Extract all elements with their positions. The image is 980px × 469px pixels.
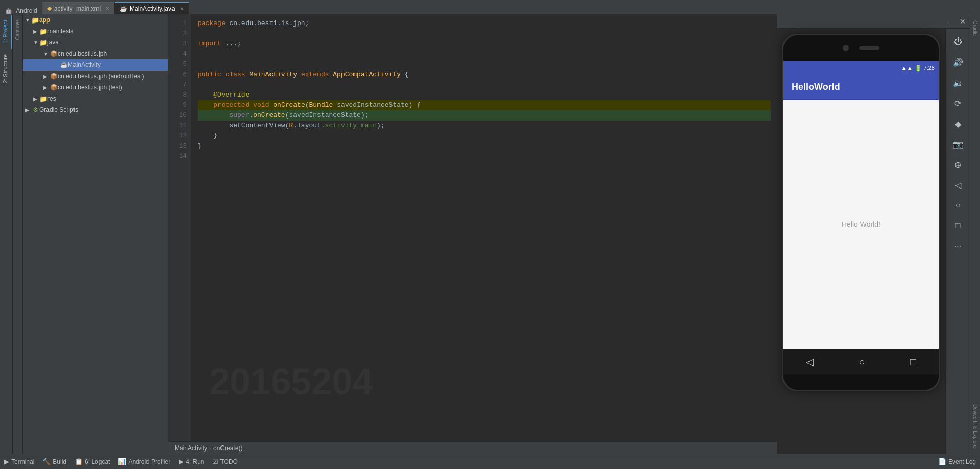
- tree-label-res: res: [47, 95, 56, 102]
- rotate-button[interactable]: ⟳: [949, 94, 967, 112]
- zoom-button[interactable]: ⊕: [949, 155, 967, 174]
- volume-up-button[interactable]: 🔊: [949, 53, 967, 72]
- app-title: 🤖 Android: [0, 7, 42, 14]
- right-tab-device-file-explorer[interactable]: Device File Explorer: [971, 400, 979, 454]
- volume-down-button[interactable]: 🔉: [949, 74, 967, 92]
- build-button[interactable]: 🔨 Build: [42, 458, 66, 465]
- tree-item-mainactivity[interactable]: ▶ ☕ MainActivity: [23, 59, 168, 71]
- breadcrumb-separator: ›: [209, 444, 211, 452]
- close-emulator-button[interactable]: ✕: [960, 17, 966, 26]
- nav-recent-button[interactable]: □: [910, 356, 916, 368]
- tree-item-res[interactable]: ▶ 📁 res: [23, 93, 168, 104]
- folder-icon-res: 📁: [39, 95, 47, 103]
- event-log-icon: 📄: [938, 458, 946, 465]
- tree-label-test: cn.edu.besti.is.jph (test): [58, 84, 122, 91]
- tree-item-java[interactable]: ▼ 📁 java: [23, 37, 168, 48]
- phone-nav-bar[interactable]: ◁ ○ □: [783, 349, 939, 374]
- phone-app-title: HelloWorld: [792, 82, 840, 92]
- package-icon: 📦: [50, 50, 58, 58]
- run-icon: ▶: [179, 458, 184, 465]
- tab-activity-main[interactable]: ◆ activity_main.xml ✕: [42, 2, 115, 14]
- breadcrumb-oncreate: onCreate(): [213, 444, 242, 452]
- gradle-icon: ⚙: [31, 106, 39, 114]
- folder-icon-manifests: 📁: [39, 27, 47, 35]
- code-line-4: [198, 49, 771, 59]
- phone-content: Hello World!: [783, 100, 939, 349]
- java-file-icon: ☕: [60, 61, 68, 69]
- screenshot-button[interactable]: 📷: [949, 135, 967, 153]
- code-line-5: [198, 59, 771, 69]
- code-line-8: @Override: [198, 90, 771, 100]
- tree-item-app[interactable]: ▼ 📁 app: [23, 14, 168, 26]
- project-tree: ▼ 📁 app ▶ 📁 manifests ▼ 📁 java ▼ 📦 cn.ed…: [23, 14, 168, 454]
- chevron-gradle: ▶: [25, 107, 31, 113]
- recent-emulator-button[interactable]: □: [949, 217, 967, 235]
- right-tab-gradle[interactable]: Gradle: [971, 16, 979, 40]
- close-tab-main-activity[interactable]: ✕: [180, 6, 184, 12]
- captures-tab[interactable]: Captures: [14, 16, 21, 43]
- power-button[interactable]: ⏻: [949, 33, 967, 51]
- tree-item-androidtest[interactable]: ▶ 📦 cn.edu.besti.is.jph (androidTest): [23, 71, 168, 82]
- chevron-java: ▼: [33, 40, 39, 45]
- close-tab-activity-main[interactable]: ✕: [105, 6, 109, 11]
- phone-app-bar: HelloWorld: [783, 75, 939, 100]
- tree-label-gradle: Gradle Scripts: [39, 106, 78, 113]
- logcat-icon: 📋: [75, 458, 83, 465]
- tree-item-gradle[interactable]: ▶ ⚙ Gradle Scripts: [23, 104, 168, 115]
- folder-icon-app: 📁: [31, 16, 39, 24]
- code-line-6: public class MainActivity extends AppCom…: [198, 69, 771, 80]
- tree-label-package-main: cn.edu.besti.is.jph: [58, 50, 107, 57]
- chevron-res: ▶: [33, 96, 39, 102]
- sidebar-tab-structure[interactable]: 2: Structure: [0, 49, 12, 88]
- left-sidebar-tabs: 1: Project 2: Structure: [0, 14, 13, 454]
- tree-label-mainactivity: MainActivity: [68, 61, 101, 68]
- tree-item-manifests[interactable]: ▶ 📁 manifests: [23, 26, 168, 37]
- breadcrumb-mainactivity: MainActivity: [175, 444, 207, 452]
- code-line-10: super.onCreate(savedInstanceState);: [198, 110, 771, 121]
- tree-item-package-main[interactable]: ▼ 📦 cn.edu.besti.is.jph: [23, 48, 168, 59]
- tab-bar: 🤖 Android ◆ activity_main.xml ✕ ☕ MainAc…: [0, 0, 980, 14]
- profiler-button[interactable]: 📊 Android Profiler: [118, 458, 170, 465]
- phone-status-icons: ▲▲ 🔋 7:28: [901, 65, 935, 72]
- hello-world-text: Hello World!: [842, 220, 880, 228]
- phone-camera: [843, 45, 849, 51]
- bottom-toolbar: ▶ Terminal 🔨 Build 📋 6: Logcat 📊 Android…: [0, 454, 980, 469]
- home-emulator-button[interactable]: ○: [949, 196, 967, 215]
- phone-status-bar: ▲▲ 🔋 7:28: [783, 61, 939, 75]
- sidebar-tab-project[interactable]: 1: Project: [0, 14, 12, 49]
- terminal-icon: ▶: [4, 458, 9, 465]
- emulator-screen-area: ▲▲ 🔋 7:28 HelloWorld Hello World! ◁ ○: [777, 29, 945, 454]
- tree-label-java: java: [47, 39, 59, 46]
- profiler-icon: 📊: [118, 458, 126, 465]
- back-emulator-button[interactable]: ◁: [949, 176, 967, 194]
- chevron-package-main: ▼: [43, 51, 50, 57]
- nav-back-button[interactable]: ◁: [806, 356, 814, 368]
- emulator-toolbar: ⏻ 🔊 🔉 ⟳ ◆ 📷 ⊕ ◁ ○ □ ···: [945, 29, 970, 454]
- tree-label-manifests: manifests: [47, 28, 74, 35]
- eraser-button[interactable]: ◆: [949, 114, 967, 133]
- tree-item-test[interactable]: ▶ 📦 cn.edu.besti.is.jph (test): [23, 82, 168, 93]
- code-line-13: }: [198, 141, 771, 151]
- minimize-button[interactable]: —: [948, 17, 955, 26]
- tree-label-androidtest: cn.edu.besti.is.jph (androidTest): [58, 73, 144, 80]
- code-editor[interactable]: 12345 678910 11121314 package cn.edu.bes…: [168, 14, 777, 454]
- nav-home-button[interactable]: ○: [859, 356, 865, 368]
- code-line-11: setContentView(R.layout.activity_main);: [198, 121, 771, 131]
- event-log-button[interactable]: 📄 Event Log: [938, 458, 976, 465]
- chevron-androidtest: ▶: [43, 74, 50, 79]
- todo-button[interactable]: ☑ TODO: [212, 458, 238, 465]
- code-line-3: import ...;: [198, 39, 771, 49]
- terminal-button[interactable]: ▶ Terminal: [4, 458, 34, 465]
- todo-icon: ☑: [212, 458, 218, 465]
- run-button[interactable]: ▶ 4: Run: [179, 458, 204, 465]
- tab-main-activity[interactable]: ☕ MainActivity.java ✕: [115, 2, 189, 14]
- chevron-app: ▼: [25, 17, 31, 23]
- code-line-9: protected void onCreate(Bundle savedInst…: [198, 100, 771, 110]
- more-emulator-button[interactable]: ···: [949, 237, 967, 255]
- emulator-container: — ✕ ▲▲ 🔋 7:28: [777, 14, 970, 454]
- code-line-1: package cn.edu.besti.is.jph;: [198, 18, 771, 29]
- line-numbers: 12345 678910 11121314: [168, 14, 191, 441]
- logcat-button[interactable]: 📋 6: Logcat: [75, 458, 110, 465]
- phone-top-bar: [783, 35, 939, 61]
- signal-icon: ▲▲: [901, 65, 913, 71]
